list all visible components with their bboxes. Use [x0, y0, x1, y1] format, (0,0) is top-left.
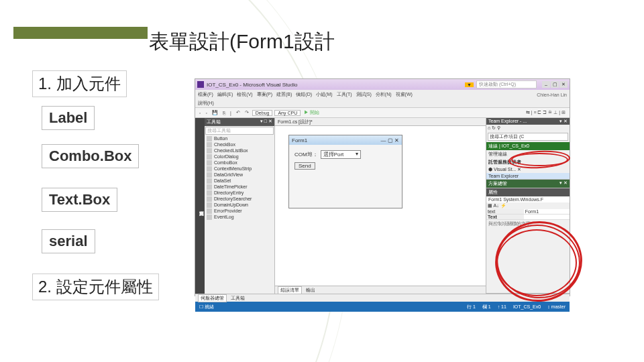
- output-tab[interactable]: 輸出: [306, 287, 315, 294]
- toolbox-item[interactable]: ErrorProvider: [205, 208, 274, 214]
- control-icon: [207, 196, 212, 202]
- control-icon: [207, 148, 212, 154]
- slide-title: 表單設計(Form1設計: [149, 28, 335, 56]
- toolbox-item[interactable]: DirectoryEntry: [205, 190, 274, 196]
- form-title: Form1: [292, 137, 307, 143]
- events-icon[interactable]: ⚡: [500, 203, 506, 208]
- step-1-label: 1. 加入元件: [32, 70, 127, 97]
- quick-launch-input[interactable]: 快速啟動 (Ctrl+Q): [476, 80, 537, 88]
- comport-combo[interactable]: 選擇Port▾: [321, 150, 361, 159]
- form-window-controls[interactable]: — ▢ ✕: [381, 137, 399, 143]
- form-designer[interactable]: Form1.cs [設計]* Form1 — ▢ ✕ COM埠： 選擇Port▾…: [275, 118, 486, 294]
- properties-object[interactable]: Form1 System.Windows.F: [486, 196, 570, 202]
- status-project[interactable]: IOT_CS_Ex0: [513, 304, 541, 309]
- menu-item[interactable]: 檢視(V): [237, 91, 252, 98]
- toolbox-item[interactable]: CheckBox: [205, 141, 274, 147]
- form1-window[interactable]: Form1 — ▢ ✕ COM埠： 選擇Port▾ Send: [288, 135, 402, 208]
- save-icon[interactable]: 💾: [211, 110, 219, 115]
- signed-in-user[interactable]: Chien-Han Lin: [537, 93, 567, 97]
- properties-toolbar: ▦ A↓ ⚡: [486, 202, 570, 209]
- menu-item[interactable]: 視窗(W): [396, 91, 413, 98]
- toolbox-item[interactable]: DirectorySearcher: [205, 196, 274, 202]
- toolbox-item[interactable]: ColorDialog: [205, 154, 274, 160]
- connect-header[interactable]: 連線 | IOT_CS_Ex0: [486, 142, 570, 150]
- categorized-icon[interactable]: ▦: [488, 203, 492, 208]
- close-button[interactable]: ✕: [559, 81, 568, 88]
- vs-statusbar: ☐ 就緒 行 1 欄 1 ↑ 11 IOT_CS_Ex0 ↕ master: [195, 302, 570, 312]
- pin-icon[interactable]: ▾ □ ✕: [260, 119, 272, 125]
- maximize-button[interactable]: ▢: [551, 81, 559, 88]
- menu-item[interactable]: 偵錯(D): [296, 91, 312, 98]
- redo-icon[interactable]: ↷: [244, 110, 250, 115]
- toolbox-item[interactable]: ContextMenuStrip: [205, 166, 274, 172]
- solution-explorer-panel: 方案總管▾ ✕: [486, 180, 570, 188]
- menu-item[interactable]: 說明(H): [198, 100, 214, 107]
- start-debug-button[interactable]: ▶ 開始: [303, 109, 321, 116]
- property-row[interactable]: textForm1: [486, 209, 570, 215]
- output-tab[interactable]: 錯誤清單: [278, 286, 302, 294]
- datasource-tab[interactable]: 資料來源: [195, 118, 205, 294]
- alpha-icon[interactable]: A↓: [494, 203, 499, 208]
- control-icon: [207, 208, 212, 214]
- vs-menubar-2: 說明(H): [195, 99, 570, 107]
- quick-launch-badge[interactable]: ▼: [465, 82, 474, 87]
- property-row[interactable]: Text: [486, 215, 570, 220]
- menu-item[interactable]: 工具(T): [337, 91, 352, 98]
- menu-item[interactable]: 測試(S): [356, 91, 372, 98]
- toolbox-item[interactable]: DateTimePicker: [205, 184, 274, 190]
- status-col: 欄 1: [482, 304, 491, 310]
- manage-connections[interactable]: 管理連線: [486, 150, 570, 158]
- control-icon: [207, 215, 212, 220]
- properties-title: 屬性: [488, 190, 498, 194]
- comport-label: COM埠：: [294, 151, 318, 158]
- menu-item[interactable]: 小組(M): [316, 91, 333, 98]
- toolbox-item[interactable]: DataGridView: [205, 172, 274, 178]
- provider-item[interactable]: Team Explorer: [486, 173, 570, 179]
- align-tools-icon[interactable]: ⇆ | ≡ ⊏ ⊐ ≞ ⊥ | ⊞: [525, 110, 567, 115]
- toolbox-tab[interactable]: 工具箱: [231, 295, 245, 302]
- toolbox-item[interactable]: EventLog: [205, 214, 274, 220]
- minimize-button[interactable]: –: [542, 81, 550, 88]
- vs-toolbar: ◦ ◦ 💾 ⎘ | ↶ ↷ Debug Any CPU ▶ 開始 ⇆ | ≡ ⊏…: [195, 107, 570, 118]
- menu-item[interactable]: 檔案(F): [198, 91, 213, 98]
- toolbox-item[interactable]: CheckedListBox: [205, 147, 274, 154]
- status-publish[interactable]: ↑ 11: [498, 304, 506, 309]
- menu-item[interactable]: 專案(P): [257, 91, 272, 98]
- properties-panel: 屬性 Form1 System.Windows.F ▦ A↓ ⚡ textFor…: [486, 188, 570, 294]
- menu-item[interactable]: 編輯(E): [217, 91, 233, 98]
- component-label: Label: [42, 106, 95, 130]
- document-tab[interactable]: Form1.cs [設計]*: [278, 119, 313, 125]
- nav-back-icon[interactable]: ◦: [198, 111, 202, 115]
- toolbox-item[interactable]: ComboBox: [205, 160, 274, 166]
- platform-combo[interactable]: Any CPU: [274, 110, 301, 116]
- nav-fwd-icon[interactable]: ◦: [204, 111, 208, 115]
- provider-item[interactable]: ⬢ Visual St... ✕: [486, 166, 570, 173]
- vs-titlebar: IOT_CS_Ex0 - Microsoft Visual Studio ▼ 快…: [195, 79, 570, 90]
- component-label: Combo.Box: [42, 144, 139, 168]
- team-explorer-title: Team Explorer - ...: [488, 119, 527, 124]
- bottom-left-tabs: 伺服器總管 工具箱: [195, 294, 570, 302]
- toolbox-item[interactable]: DomainUpDown: [205, 202, 274, 208]
- status-branch[interactable]: ↕ master: [547, 304, 566, 309]
- toolbox-search[interactable]: 搜尋工具箱: [205, 127, 274, 135]
- refresh-icon[interactable]: ↻: [492, 125, 496, 131]
- toolbox-item[interactable]: Button: [205, 135, 274, 141]
- control-icon: [207, 172, 212, 178]
- toolbox-item[interactable]: DataSet: [205, 178, 274, 184]
- control-icon: [207, 190, 212, 196]
- team-explorer-panel: Team Explorer - ...▾ ✕ ⌂ ↻ ⚲ 搜尋工作項目 (C 連…: [486, 118, 570, 180]
- toolbox-panel: 工具箱▾ □ ✕ 搜尋工具箱 Button CheckBox CheckedLi…: [205, 118, 275, 294]
- send-button[interactable]: Send: [294, 162, 315, 170]
- home-icon[interactable]: ⌂: [488, 125, 490, 131]
- undo-icon[interactable]: ↶: [235, 110, 241, 115]
- plug-icon[interactable]: ⚲: [497, 125, 500, 131]
- menu-item[interactable]: 分析(N): [376, 91, 392, 98]
- server-explorer-tab[interactable]: 伺服器總管: [198, 294, 227, 302]
- control-icon: [207, 136, 212, 141]
- team-search[interactable]: 搜尋工作項目 (C: [488, 133, 568, 141]
- save-all-icon[interactable]: ⎘: [221, 111, 227, 115]
- config-combo[interactable]: Debug: [252, 110, 273, 116]
- control-icon: [207, 142, 212, 147]
- menu-item[interactable]: 建置(B): [276, 91, 292, 98]
- title-accent-bar: [13, 27, 148, 39]
